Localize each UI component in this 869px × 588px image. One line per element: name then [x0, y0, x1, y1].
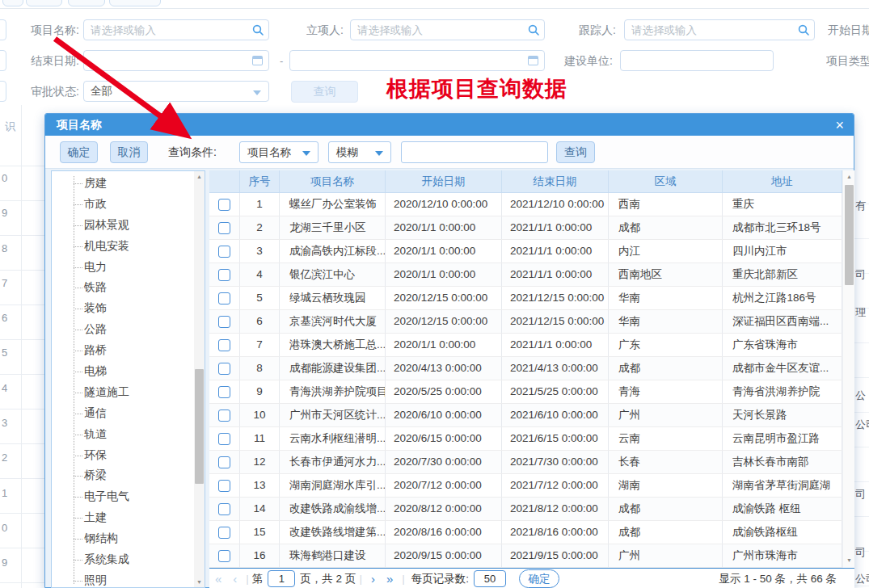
- search-button[interactable]: 查询: [556, 141, 595, 163]
- table-row[interactable]: 2 龙湖三千里小区 2020/1/1 0:00:00 2021/1/1 0:00…: [209, 216, 842, 240]
- tracker-input[interactable]: [624, 19, 815, 40]
- keyword-input[interactable]: [401, 141, 548, 163]
- initiator-field[interactable]: [350, 19, 545, 40]
- tree-item[interactable]: 机电安装: [84, 236, 193, 257]
- cell-region: 西南地区: [609, 263, 723, 286]
- tree-item[interactable]: 隧道施工: [84, 382, 193, 403]
- end-date-to-input[interactable]: [289, 50, 545, 71]
- cell-name: 绿城云栖玫瑰园: [280, 287, 386, 309]
- cell-num: 11: [240, 427, 280, 450]
- calendar-icon[interactable]: [528, 56, 538, 65]
- tree-item[interactable]: 照明: [84, 570, 193, 588]
- tree-item[interactable]: 市政: [84, 194, 193, 215]
- cell-addr: 吉林长春市南部: [723, 451, 842, 473]
- row-checkbox[interactable]: [218, 246, 230, 258]
- row-checkbox[interactable]: [218, 222, 230, 234]
- table-row[interactable]: 9 青海洪湖养护院项目 2020/5/25 0:00:00 2021/5/25 …: [209, 380, 842, 404]
- build-unit-field[interactable]: [620, 50, 774, 71]
- table-row[interactable]: 14 改建铁路成渝线增... 2020/8/12 0:00:00 2021/8/…: [209, 498, 842, 521]
- scroll-up-icon[interactable]: ▲: [843, 171, 855, 182]
- table-row[interactable]: 8 成都能源建设集团... 2020/4/13 0:00:00 2021/4/1…: [209, 357, 842, 380]
- tree-item[interactable]: 土建: [84, 507, 193, 528]
- row-checkbox[interactable]: [218, 339, 230, 351]
- row-checkbox[interactable]: [218, 292, 230, 304]
- table-row[interactable]: 10 广州市天河区统计... 2020/6/10 0:00:00 2021/6/…: [209, 404, 842, 427]
- table-row[interactable]: 4 银亿滨江中心 2020/1/1 0:00:00 2021/1/1 0:00:…: [209, 263, 842, 287]
- top-tab[interactable]: [109, 0, 161, 6]
- tree-item[interactable]: 园林景观: [84, 215, 193, 236]
- clipped-input[interactable]: [0, 81, 6, 102]
- table-row[interactable]: 1 螺丝厂办公室装饰 2020/12/10 0:00:00 2021/12/10…: [209, 193, 842, 216]
- table-row[interactable]: 13 湖南洞庭湖水库引... 2020/7/12 0:00:00 2021/7/…: [209, 474, 842, 498]
- first-page-button[interactable]: «: [209, 572, 227, 586]
- tree-item[interactable]: 路桥: [84, 340, 193, 361]
- row-checkbox[interactable]: [218, 550, 230, 562]
- tree-item[interactable]: 公路: [84, 319, 193, 340]
- cell-num: 9: [240, 380, 280, 403]
- tree-scrollbar[interactable]: ▲ ▼: [194, 171, 205, 587]
- row-checkbox[interactable]: [218, 316, 230, 328]
- scroll-up-icon[interactable]: ▲: [194, 171, 205, 182]
- prev-page-button[interactable]: ‹: [227, 572, 243, 586]
- per-page-confirm-button[interactable]: 确定: [519, 569, 559, 588]
- table-row[interactable]: 3 成渝高铁内江标段... 2020/1/1 0:00:00 2021/1/1 …: [209, 240, 842, 263]
- search-icon[interactable]: [798, 24, 809, 36]
- tree-item[interactable]: 桥梁: [84, 465, 193, 486]
- tree-item[interactable]: 系统集成: [84, 549, 193, 570]
- clipped-input[interactable]: [0, 50, 6, 71]
- tree-item[interactable]: 房建: [84, 173, 193, 194]
- row-checkbox[interactable]: [218, 480, 230, 492]
- table-scrollbar[interactable]: ▲ ▼: [842, 170, 854, 568]
- clipped-input[interactable]: [0, 19, 6, 40]
- table-row[interactable]: 16 珠海鹤港口建设 2020/9/15 0:00:00 2021/9/15 0…: [209, 544, 842, 568]
- match-mode-select[interactable]: 模糊: [328, 141, 391, 163]
- per-page-input[interactable]: [474, 570, 506, 587]
- initiator-input[interactable]: [350, 19, 545, 40]
- calendar-icon[interactable]: [252, 56, 263, 65]
- tree-item[interactable]: 电梯: [84, 361, 193, 382]
- query-button[interactable]: 查询: [291, 81, 358, 103]
- search-icon[interactable]: [252, 24, 264, 36]
- table-row[interactable]: 5 绿城云栖玫瑰园 2020/12/15 0:00:00 2021/12/15 …: [209, 287, 842, 310]
- row-checkbox[interactable]: [218, 386, 230, 398]
- row-checkbox[interactable]: [218, 503, 230, 515]
- tree-item[interactable]: 铁路: [84, 277, 193, 298]
- top-tab[interactable]: [26, 0, 62, 6]
- table-row[interactable]: 7 港珠澳大桥施工总... 2020/1/1 0:00:00 2021/1/1 …: [209, 334, 842, 357]
- tree-item[interactable]: 装饰: [84, 298, 193, 319]
- row-checkbox[interactable]: [218, 410, 230, 422]
- build-unit-input[interactable]: [620, 50, 774, 71]
- cell-addr: 成渝铁路枢纽: [723, 521, 842, 544]
- search-icon[interactable]: [528, 24, 539, 36]
- top-tab[interactable]: [2, 0, 23, 6]
- tree-item[interactable]: 钢结构: [84, 528, 193, 549]
- page-number-input[interactable]: [268, 570, 295, 587]
- scrollbar-thumb[interactable]: [195, 369, 204, 484]
- table-row[interactable]: 15 改建铁路线增建第... 2020/8/16 0:00:00 2021/8/…: [209, 521, 842, 544]
- table-row[interactable]: 12 长春市伊通河水力... 2020/7/30 0:00:00 2021/7/…: [209, 451, 842, 474]
- last-page-button[interactable]: »: [381, 572, 399, 586]
- close-icon[interactable]: ×: [835, 116, 844, 135]
- top-tab[interactable]: [68, 0, 105, 6]
- tree-item[interactable]: 环保: [84, 445, 193, 466]
- scroll-down-icon[interactable]: ▼: [194, 577, 205, 587]
- end-date-to-field[interactable]: [289, 50, 545, 71]
- row-checkbox[interactable]: [218, 363, 230, 375]
- tree-item[interactable]: 通信: [84, 403, 193, 424]
- next-page-button[interactable]: ›: [365, 572, 381, 586]
- row-checkbox[interactable]: [218, 269, 230, 281]
- checkbox-cell: [209, 287, 240, 309]
- row-checkbox[interactable]: [218, 199, 230, 211]
- tree-item[interactable]: 电子电气: [84, 486, 193, 507]
- row-checkbox[interactable]: [218, 433, 230, 445]
- tree-item[interactable]: 电力: [84, 257, 193, 278]
- table-row[interactable]: 6 京基滨河时代大厦 2020/12/15 0:00:00 2021/12/15…: [209, 310, 842, 334]
- row-checkbox[interactable]: [218, 456, 230, 468]
- scrollbar-thumb[interactable]: [845, 185, 854, 285]
- row-checkbox[interactable]: [218, 527, 230, 539]
- table-row[interactable]: 11 云南水利枢纽潜明... 2020/6/15 0:00:00 2021/6/…: [209, 427, 842, 451]
- tree-item[interactable]: 轨道: [84, 424, 193, 445]
- tracker-field[interactable]: [624, 19, 815, 40]
- condition-select[interactable]: 项目名称: [239, 141, 318, 163]
- scroll-down-icon[interactable]: ▼: [843, 555, 855, 565]
